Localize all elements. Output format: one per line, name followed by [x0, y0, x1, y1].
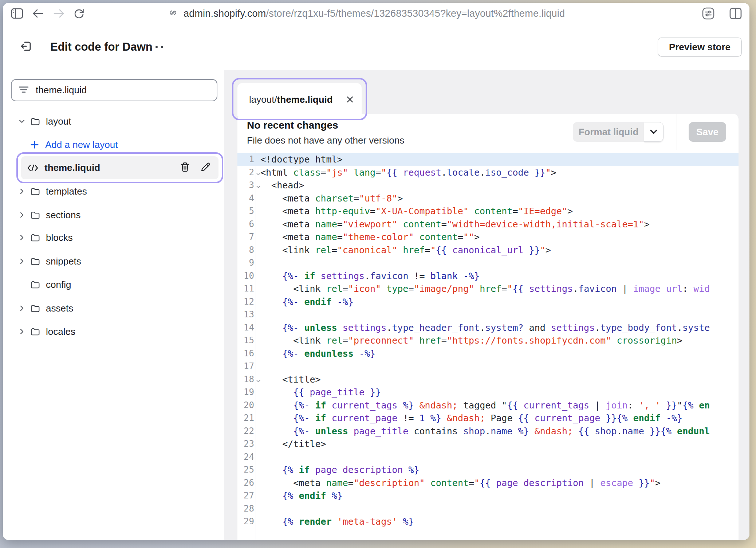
chevron-right-icon[interactable]: [17, 257, 27, 265]
line-number: 17: [237, 360, 254, 373]
format-liquid-button[interactable]: Format liquid: [573, 122, 644, 142]
folder-icon: [30, 232, 41, 243]
code-text: <link rel="canonical" href="{{ canonical…: [260, 244, 551, 257]
code-text: {%- if settings.favicon != blank -%}: [260, 270, 480, 283]
line-number: 12: [237, 295, 254, 309]
line-number: 21: [237, 412, 254, 425]
line-number: 8: [237, 244, 254, 257]
file-search-box[interactable]: [11, 79, 217, 101]
code-line-16[interactable]: 16 {%- endunless -%}: [237, 347, 739, 360]
code-line-2[interactable]: 2<html class="js" lang="{{ request.local…: [237, 166, 739, 179]
code-line-25[interactable]: 25 {% if page_description %}: [237, 463, 739, 477]
code-text: <head>: [260, 179, 304, 192]
split-view-icon[interactable]: [729, 7, 742, 20]
code-editor[interactable]: 1<!doctype html>2<html class="js" lang="…: [237, 150, 739, 540]
code-line-18[interactable]: 18 <title>: [237, 373, 739, 386]
line-number: 20: [237, 399, 254, 412]
format-dropdown-button[interactable]: [644, 122, 664, 142]
line-number: 18: [237, 373, 254, 386]
code-line-29[interactable]: 29 {% render 'meta-tags' %}: [237, 515, 739, 528]
search-input[interactable]: [35, 84, 210, 96]
preview-store-button[interactable]: Preview store: [658, 38, 742, 56]
code-line-20[interactable]: 20 {%- if current_tags %} &ndash; tagged…: [237, 399, 739, 412]
code-text: <!doctype html>: [260, 153, 343, 166]
content: layoutAdd a new layouttheme.liquidtempla…: [3, 70, 749, 540]
rename-icon[interactable]: [200, 162, 210, 174]
chevron-down-icon[interactable]: [17, 117, 27, 125]
sidebar-item-config[interactable]: config: [3, 273, 224, 296]
code-line-24[interactable]: 24: [237, 451, 739, 464]
version-title: No recent changes: [247, 120, 338, 131]
code-line-14[interactable]: 14 {%- unless settings.type_header_font.…: [237, 321, 739, 334]
exit-editor-icon[interactable]: [20, 40, 33, 54]
chevron-right-icon: [18, 211, 26, 219]
back-icon[interactable]: [32, 8, 44, 19]
chevron-right-icon[interactable]: [17, 211, 27, 219]
code-line-9[interactable]: 9: [237, 257, 739, 270]
line-number: 1: [237, 153, 254, 166]
sidebar-item-templates[interactable]: templates: [3, 180, 224, 203]
code-line-6[interactable]: 6 <meta name="viewport" content="width=d…: [237, 218, 739, 231]
code-text: {%- endif -%}: [260, 295, 354, 309]
code-line-19[interactable]: 19 {{ page_title }}: [237, 386, 739, 399]
chevron-right-icon[interactable]: [17, 304, 27, 312]
delete-icon[interactable]: [180, 162, 190, 174]
code-line-28[interactable]: 28: [237, 502, 739, 516]
code-text: {%- if current_tags %} &ndash; tagged "{…: [260, 399, 710, 412]
save-button[interactable]: Save: [689, 122, 726, 142]
url-host: admin.shopify.com: [184, 8, 266, 19]
chevron-right-icon[interactable]: [17, 234, 27, 242]
code-line-5[interactable]: 5 <meta http-equiv="X-UA-Compatible" con…: [237, 205, 739, 218]
folder-label: layout: [46, 116, 71, 127]
line-number: 25: [237, 463, 254, 477]
sidebar-item-blocks[interactable]: blocks: [3, 226, 224, 249]
browser-window: admin.shopify.com/store/rzq1xu-f5/themes…: [3, 3, 749, 540]
line-number: 29: [237, 515, 254, 528]
line-number: 6: [237, 218, 254, 231]
sidebar-item-layout[interactable]: layout: [3, 110, 224, 133]
code-text: {% endif %}: [260, 489, 343, 502]
code-line-3[interactable]: 3 <head>: [237, 179, 739, 192]
delete-icon: [180, 162, 190, 173]
code-line-12[interactable]: 12 {%- endif -%}: [237, 295, 739, 309]
folder-icon: [30, 326, 41, 337]
code-line-21[interactable]: 21 {%- if current_page != 1 %} &ndash; P…: [237, 412, 739, 425]
sidebar-item-theme-liquid[interactable]: theme.liquid: [21, 156, 218, 179]
code-line-10[interactable]: 10 {%- if settings.favicon != blank -%}: [237, 270, 739, 283]
sidebar-item-sections[interactable]: sections: [3, 203, 224, 227]
line-number: 7: [237, 231, 254, 244]
code-line-22[interactable]: 22 {%- unless page_title contains shop.n…: [237, 425, 739, 438]
version-subtitle: File does not have any other versions: [247, 135, 404, 146]
code-line-7[interactable]: 7 <meta name="theme-color" content="">: [237, 231, 739, 244]
reload-icon[interactable]: [74, 8, 84, 19]
chevron-right-icon[interactable]: [17, 187, 27, 195]
folder-icon: [30, 326, 41, 337]
chevron-right-icon[interactable]: [17, 328, 27, 336]
code-line-27[interactable]: 27 {% endif %}: [237, 489, 739, 502]
code-file-icon: [27, 164, 39, 172]
code-line-15[interactable]: 15 <link rel="preconnect" href="https://…: [237, 334, 739, 347]
url-path: /store/rzq1xu-f5/themes/132683530345?key…: [266, 8, 565, 19]
code-text: <meta name="description" content="{{ pag…: [260, 477, 661, 490]
code-line-4[interactable]: 4 <meta charset="utf-8">: [237, 192, 739, 205]
sidebar-item-assets[interactable]: assets: [3, 297, 224, 320]
sidebar-toggle-icon[interactable]: [11, 8, 23, 19]
code-line-11[interactable]: 11 <link rel="icon" type="image/png" hre…: [237, 282, 739, 295]
code-line-26[interactable]: 26 <meta name="description" content="{{ …: [237, 477, 739, 490]
folder-icon: [30, 186, 41, 196]
page-settings-icon[interactable]: [701, 7, 715, 20]
code-line-13[interactable]: 13: [237, 308, 739, 321]
folder-icon: [30, 116, 41, 126]
chevron-right-icon: [18, 234, 26, 242]
editor-area: layout/theme.liquid No recent changes Fi…: [224, 70, 749, 540]
address-bar[interactable]: admin.shopify.com/store/rzq1xu-f5/themes…: [168, 3, 565, 24]
sidebar-item-snippets[interactable]: snippets: [3, 250, 224, 273]
code-line-1[interactable]: 1<!doctype html>: [237, 153, 739, 166]
more-options-icon[interactable]: [150, 46, 163, 48]
line-number: 27: [237, 489, 254, 502]
line-number: 4: [237, 192, 254, 205]
code-line-23[interactable]: 23 </title>: [237, 438, 739, 451]
code-line-8[interactable]: 8 <link rel="canonical" href="{{ canonic…: [237, 244, 739, 257]
code-line-17[interactable]: 17: [237, 360, 739, 373]
sidebar-item-locales[interactable]: locales: [3, 320, 224, 343]
